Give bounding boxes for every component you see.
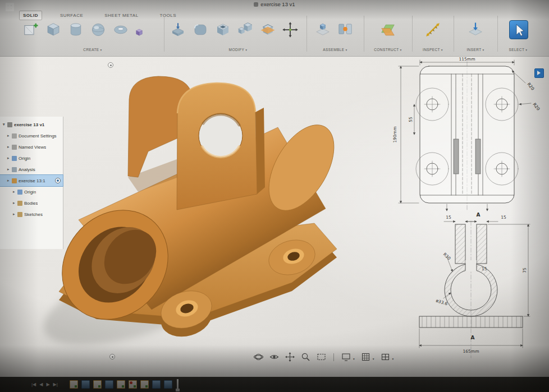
new-component-icon[interactable]	[314, 21, 331, 38]
selection-marker-badge[interactable]	[534, 68, 544, 78]
timeline-feature[interactable]	[81, 380, 90, 389]
group-separator	[364, 16, 364, 52]
browser-row-bodies[interactable]: Bodies	[0, 197, 63, 209]
activate-component-radio[interactable]	[55, 178, 61, 183]
dim-height-front: 190mm	[392, 127, 397, 143]
timeline-step-back-button[interactable]	[39, 382, 43, 387]
browser-row-root[interactable]: exercise 13 v1	[0, 119, 63, 130]
timeline-play-button[interactable]	[46, 382, 49, 387]
create-group	[22, 21, 144, 38]
construct-menu[interactable]: CONSTRUCT	[364, 48, 412, 52]
timeline-feature[interactable]	[152, 380, 161, 389]
cylinder-primitive-icon[interactable]	[67, 21, 84, 38]
torus-primitive-icon[interactable]	[112, 21, 129, 38]
timeline-feature[interactable]	[164, 380, 172, 389]
browser-row-sketches[interactable]: Sketches	[0, 209, 63, 220]
zoom-icon[interactable]	[301, 352, 310, 362]
browser-row-component[interactable]: exercise 13:1	[0, 175, 63, 186]
fit-icon[interactable]	[317, 352, 326, 362]
browser-panel-handle-dot[interactable]	[108, 62, 113, 68]
browser-row-analysis[interactable]: Analysis	[0, 164, 63, 175]
group-separator	[454, 16, 454, 52]
look-at-icon[interactable]	[269, 352, 279, 362]
ribbon-tabs: SOLID SURFACE SHEET METAL TOOLS	[19, 11, 180, 20]
timeline-feature[interactable]	[93, 380, 102, 389]
construction-plane-icon[interactable]	[379, 21, 396, 38]
coil-primitive-icon[interactable]	[135, 28, 144, 37]
timeline-position-marker[interactable]	[177, 379, 179, 390]
origin-axes-icon	[12, 156, 17, 161]
split-body-icon[interactable]	[259, 21, 276, 38]
chevron-down-icon[interactable]: ▾	[392, 357, 394, 362]
measure-icon[interactable]	[424, 21, 441, 38]
expand-caret-icon[interactable]	[13, 201, 17, 205]
browser-row-named-views[interactable]: Named Views	[0, 141, 63, 153]
group-separator	[497, 16, 498, 52]
insert-icon[interactable]	[467, 21, 484, 38]
viewport-canvas[interactable]: 115mm 190mm 55 R20 R20 A	[0, 56, 549, 377]
dim-r20-tab: R20	[532, 102, 541, 112]
insert-menu[interactable]: INSERT	[454, 48, 497, 52]
modify-menu[interactable]: MODIFY	[170, 48, 306, 52]
group-separator	[306, 16, 307, 52]
origin-axes-icon	[17, 190, 22, 195]
browser-row-component-origin[interactable]: Origin	[0, 186, 63, 197]
expand-caret-icon[interactable]	[7, 178, 12, 183]
tab-solid[interactable]: SOLID	[19, 11, 42, 20]
timeline-feature[interactable]	[129, 380, 137, 389]
fillet-icon[interactable]	[192, 21, 209, 38]
move-copy-icon[interactable]	[282, 21, 299, 38]
inspect-menu[interactable]: INSPECT	[412, 48, 454, 52]
box-primitive-icon[interactable]	[45, 21, 62, 38]
section-label-bottom: A	[471, 335, 475, 340]
expand-caret-icon[interactable]	[7, 133, 12, 138]
expand-caret-icon[interactable]	[13, 212, 17, 216]
model-3d-bracket[interactable]	[28, 57, 365, 365]
tab-tools[interactable]: TOOLS	[157, 11, 180, 20]
display-settings-icon[interactable]	[341, 352, 351, 362]
browser-tree-panel: exercise 13 v1 Document Settings Named V…	[0, 117, 63, 249]
combine-icon[interactable]	[237, 21, 254, 38]
timeline-feature[interactable]	[117, 380, 125, 389]
create-menu[interactable]: CREATE	[22, 48, 163, 52]
analysis-icon	[12, 167, 17, 172]
insert-group	[467, 21, 484, 38]
timeline-feature[interactable]	[70, 380, 78, 389]
shell-icon[interactable]	[214, 21, 231, 38]
layout-grid-icon[interactable]	[361, 352, 370, 362]
canvas-handle-dot[interactable]	[109, 354, 115, 359]
select-menu[interactable]: SELECT	[497, 48, 539, 52]
expand-caret-icon[interactable]	[7, 156, 12, 160]
expand-caret-icon[interactable]	[13, 190, 17, 194]
browser-row-origin[interactable]: Origin	[0, 153, 63, 164]
expand-caret-icon[interactable]	[7, 145, 12, 149]
timeline-feature[interactable]	[140, 380, 149, 389]
expand-caret-icon[interactable]	[3, 122, 7, 127]
bodies-folder-icon	[17, 201, 22, 206]
assemble-menu[interactable]: ASSEMBLE	[306, 48, 364, 52]
browser-row-doc-settings[interactable]: Document Settings	[0, 130, 63, 141]
timeline-go-to-end-button[interactable]	[53, 382, 58, 387]
viewports-icon[interactable]	[381, 352, 390, 362]
sphere-primitive-icon[interactable]	[90, 21, 107, 38]
press-pull-icon[interactable]	[170, 21, 186, 38]
orbit-icon[interactable]	[254, 352, 263, 362]
tab-sheet-metal[interactable]: SHEET METAL	[101, 11, 141, 20]
expand-caret-icon[interactable]	[7, 167, 12, 172]
tab-surface[interactable]: SURFACE	[57, 11, 86, 20]
construct-group	[379, 21, 396, 38]
dim-leg-left: 15	[446, 215, 451, 220]
timeline-go-to-start-button[interactable]	[31, 382, 36, 387]
dim-leg-right: 15	[501, 215, 506, 220]
joint-icon[interactable]	[337, 21, 354, 38]
chevron-down-icon[interactable]: ▾	[353, 357, 355, 362]
timeline-bar	[0, 377, 549, 392]
create-sketch-icon[interactable]	[22, 21, 39, 38]
chevron-down-icon[interactable]: ▾	[373, 357, 374, 362]
sketches-folder-icon	[17, 212, 22, 217]
select-tool-button[interactable]	[509, 20, 528, 39]
pan-icon[interactable]	[285, 352, 295, 362]
timeline-feature[interactable]	[105, 380, 113, 389]
dim-slot: 15	[482, 266, 487, 271]
named-views-icon	[12, 145, 17, 150]
